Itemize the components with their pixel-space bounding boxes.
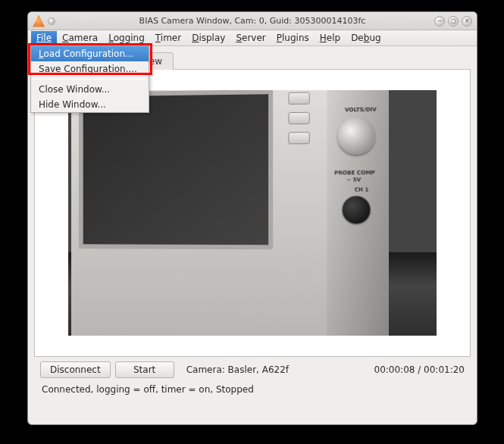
menu-file[interactable]: File: [31, 31, 57, 45]
menu-camera[interactable]: Camera: [57, 31, 103, 45]
scope-ch1-label: CH 1: [355, 186, 369, 192]
scope-voltsdiv-label: VOLTS/DIV: [345, 107, 377, 114]
menu-logging[interactable]: Logging: [103, 31, 150, 45]
camera-preview: CH 1 VOLTS/DIV PROBE COMP ~ 5V CH 1: [68, 90, 437, 336]
scope-button-1: [288, 92, 309, 105]
titlebar: BIAS Camera Window, Cam: 0, Guid: 305300…: [28, 12, 477, 30]
file-hide-window[interactable]: Hide Window...: [31, 97, 149, 112]
start-button[interactable]: Start: [115, 361, 174, 378]
window-title: BIAS Camera Window, Cam: 0, Guid: 305300…: [28, 16, 477, 26]
menu-server[interactable]: Server: [230, 31, 271, 45]
menu-timer[interactable]: Timer: [150, 31, 186, 45]
file-load-config[interactable]: Load Configuration...: [31, 46, 149, 61]
file-close-window[interactable]: Close Window...: [31, 82, 149, 97]
menu-plugins[interactable]: Plugins: [271, 31, 315, 45]
file-dropdown: Load Configuration... Save Configuration…: [30, 45, 149, 113]
dropdown-separator: [33, 79, 147, 80]
bottom-bar: Disconnect Start Camera: Basler, A622f 0…: [34, 357, 471, 381]
camera-info: Camera: Basler, A622f: [186, 364, 289, 375]
scope-button-2: [288, 112, 309, 124]
scope-ch1-knob: [343, 196, 371, 224]
scope-probe-v-label: ~ 5V: [346, 177, 361, 183]
menu-display[interactable]: Display: [186, 31, 230, 45]
scope-button-3: [288, 132, 309, 144]
menubar: File Camera Logging Timer Display Server…: [28, 30, 477, 46]
scope-volts-div-knob: [337, 117, 374, 155]
status-bar: Connected, logging = off, timer = on, St…: [34, 381, 471, 402]
time-info: 00:00:08 / 00:01:20: [374, 364, 465, 375]
menu-debug[interactable]: Debug: [346, 31, 386, 45]
scope-ch1-top-label: CH 1: [355, 90, 369, 92]
disconnect-button[interactable]: Disconnect: [40, 361, 111, 378]
file-save-config[interactable]: Save Configuration....: [31, 61, 149, 77]
menu-help[interactable]: Help: [315, 31, 346, 45]
scope-probecomp-label: PROBE COMP: [334, 170, 375, 176]
